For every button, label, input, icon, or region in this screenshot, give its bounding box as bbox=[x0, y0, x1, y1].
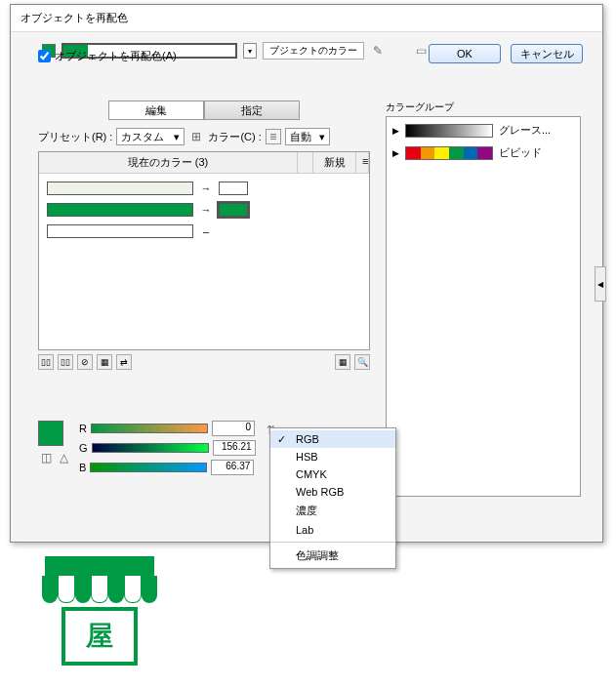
tool-magnify-icon[interactable]: 🔍 bbox=[354, 354, 370, 370]
preset-menu-icon[interactable]: ⊞ bbox=[188, 129, 204, 144]
group-label: グレース... bbox=[499, 123, 551, 138]
arrow-icon[interactable]: → bbox=[199, 204, 213, 216]
edit-icon[interactable]: ✎ bbox=[370, 43, 386, 59]
new-folder-icon[interactable]: ▭ bbox=[413, 43, 429, 59]
list-toolbar: ▯▯ ▯▯ ⊘ ▦ ⇄ ▦ 🔍 bbox=[38, 354, 370, 370]
store-logo: 屋 bbox=[39, 556, 160, 677]
menu-separator bbox=[270, 542, 395, 543]
g-label: G bbox=[79, 442, 88, 454]
recolor-checkbox-label: オブジェクトを再配色(A) bbox=[55, 49, 177, 63]
r-value[interactable]: 0 bbox=[212, 421, 255, 436]
preset-combo[interactable]: カスタム▾ bbox=[116, 128, 185, 145]
color-row[interactable]: – bbox=[47, 224, 361, 238]
tool-5[interactable]: ⇄ bbox=[116, 354, 132, 370]
arrow-icon[interactable]: → bbox=[199, 182, 213, 194]
tool-3[interactable]: ⊘ bbox=[77, 354, 93, 370]
dialog-content: ▾ ブジェクトのカラー ✎ ▭ ▣ 🗑 編集 指定 プリセット(R) : カスタ… bbox=[11, 32, 602, 83]
color-groups-panel: カラーグループ ▶ グレース... ▶ ビビッド bbox=[386, 101, 581, 497]
tab-edit[interactable]: 編集 bbox=[108, 101, 204, 120]
color-count-label: カラー(C) : bbox=[208, 130, 261, 144]
cube-icon[interactable]: ◫ bbox=[38, 450, 54, 465]
color-mode-menu: ✓RGB HSB CMYK Web RGB 濃度 Lab 色調調整 bbox=[269, 427, 396, 569]
tool-grid-icon[interactable]: ▦ bbox=[335, 354, 350, 370]
ok-button[interactable]: OK bbox=[429, 44, 501, 63]
tool-1[interactable]: ▯▯ bbox=[38, 354, 54, 370]
group-row-grayscale[interactable]: ▶ グレース... bbox=[392, 123, 574, 138]
g-value[interactable]: 156.21 bbox=[213, 440, 256, 456]
disclosure-icon[interactable]: ▶ bbox=[392, 148, 399, 158]
tool-2[interactable]: ▯▯ bbox=[58, 354, 73, 370]
color-row[interactable]: → bbox=[47, 203, 361, 217]
groups-list: ▶ グレース... ▶ ビビッド bbox=[386, 116, 581, 497]
b-slider[interactable] bbox=[90, 463, 207, 472]
menu-item-cmyk[interactable]: CMYK bbox=[270, 465, 395, 483]
color-list: 現在のカラー (3) 新規 ≡ → → – bbox=[38, 151, 370, 350]
col-arrow bbox=[298, 152, 313, 173]
logo-text: 屋 bbox=[62, 607, 138, 666]
check-icon: ✓ bbox=[277, 433, 286, 446]
menu-item-rgb[interactable]: ✓RGB bbox=[270, 430, 395, 448]
tab-row: 編集 指定 bbox=[38, 101, 370, 120]
disclosure-icon[interactable]: ▶ bbox=[392, 126, 399, 136]
r-label: R bbox=[79, 423, 87, 434]
grayscale-swatch bbox=[405, 124, 493, 138]
object-color-label: ブジェクトのカラー bbox=[263, 42, 364, 60]
no-arrow-icon[interactable]: – bbox=[199, 225, 213, 237]
menu-item-lab[interactable]: Lab bbox=[270, 521, 395, 539]
rgb-swatch[interactable] bbox=[38, 421, 63, 446]
menu-item-adjust[interactable]: 色調調整 bbox=[270, 546, 395, 566]
color-menu-icon[interactable]: ≡ bbox=[266, 129, 281, 144]
col-menu-icon[interactable]: ≡ bbox=[356, 152, 369, 173]
preset-label: プリセット(R) : bbox=[38, 130, 112, 144]
warn-icon[interactable]: △ bbox=[56, 450, 71, 465]
b-label: B bbox=[79, 462, 86, 473]
preset-row: プリセット(R) : カスタム▾ ⊞ カラー(C) : ≡ 自動▾ bbox=[38, 128, 370, 145]
col-current[interactable]: 現在のカラー (3) bbox=[39, 152, 298, 173]
menu-item-hsb[interactable]: HSB bbox=[270, 448, 395, 465]
rgb-panel: ◫ △ R0 G156.21 B66.37 ⇅ ≡ bbox=[38, 421, 302, 479]
cancel-button[interactable]: キャンセル bbox=[511, 44, 583, 63]
groups-title: カラーグループ bbox=[386, 101, 581, 114]
group-row-vivid[interactable]: ▶ ビビッド bbox=[392, 145, 574, 160]
tab-assign[interactable]: 指定 bbox=[204, 101, 300, 120]
left-panel: 編集 指定 プリセット(R) : カスタム▾ ⊞ カラー(C) : ≡ 自動▾ … bbox=[38, 101, 370, 370]
tool-4[interactable]: ▦ bbox=[97, 354, 112, 370]
r-slider[interactable] bbox=[91, 424, 208, 433]
menu-item-webrgb[interactable]: Web RGB bbox=[270, 483, 395, 501]
recolor-checkbox[interactable] bbox=[38, 50, 51, 62]
group-label: ビビッド bbox=[499, 145, 542, 160]
auto-combo[interactable]: 自動▾ bbox=[285, 128, 330, 145]
b-value[interactable]: 66.37 bbox=[211, 460, 254, 475]
dialog-title: オブジェクトを再配色 bbox=[11, 5, 602, 32]
dialog-buttons: OK キャンセル bbox=[429, 44, 583, 63]
menu-item-tint[interactable]: 濃度 bbox=[270, 501, 395, 521]
g-slider[interactable] bbox=[92, 443, 209, 453]
col-new[interactable]: 新規 bbox=[313, 152, 356, 173]
recolor-checkbox-row[interactable]: オブジェクトを再配色(A) bbox=[38, 49, 177, 63]
colorbar-dropdown[interactable]: ▾ bbox=[243, 43, 257, 59]
panel-collapse-handle[interactable]: ◀ bbox=[595, 266, 606, 302]
vivid-swatch bbox=[405, 146, 493, 160]
color-row[interactable]: → bbox=[47, 182, 361, 195]
